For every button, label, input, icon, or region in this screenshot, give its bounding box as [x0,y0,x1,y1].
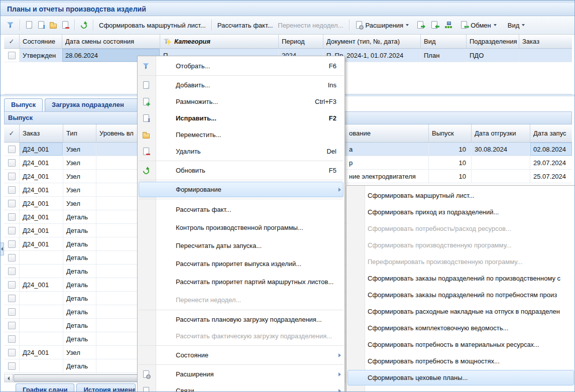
submenu-item[interactable]: Переформировать производственную програм… [347,253,575,270]
submenu-item[interactable]: Сформировать потребность в мощностях... [347,353,575,369]
filter-icon[interactable] [7,21,15,29]
cell-type[interactable]: Узел [63,346,96,359]
submenu-item[interactable]: Сформировать заказы подразделений по пот… [347,287,575,303]
cell-name[interactable]: а [346,143,429,156]
table-row-right[interactable]: р 10 29.07.2024 [346,156,572,170]
cell-type[interactable]: Деталь [63,224,96,237]
cell-order[interactable]: Д24_001 [20,143,63,156]
cell-ship-date[interactable] [472,156,530,169]
row-checkbox[interactable] [8,254,16,262]
row-checkbox[interactable] [8,295,16,302]
context-menu-item[interactable]: Связи [138,382,344,392]
context-menu-item[interactable]: Отобрать... F6 [138,58,344,74]
row-checkbox[interactable] [8,146,16,153]
tab-istoriya-izmeneniy[interactable]: История измене [76,383,136,392]
cell-qty[interactable]: 10 [429,156,472,169]
cell-type[interactable]: Деталь [63,251,96,264]
context-menu-item[interactable]: Рассчитать приоритет выпуска изделий... [138,254,344,273]
row-checkbox[interactable] [8,159,16,167]
row-checkbox[interactable] [8,200,16,207]
delete-document-icon[interactable] [61,21,69,29]
column-header-state-date[interactable]: Дата смены состояния [62,35,160,48]
column-header-check[interactable]: ✓ [4,35,20,48]
cell-launch-date[interactable]: 29.07.2024 [530,156,572,169]
cell-type[interactable]: Деталь [63,237,96,250]
cell-type[interactable]: Деталь [63,305,96,318]
column-header-check[interactable]: ✓ [4,124,20,142]
cell-state[interactable]: Утвержден [20,49,62,62]
cell-type[interactable]: Узел [63,170,96,183]
cell-ship-date[interactable] [472,170,530,183]
row-checkbox[interactable] [8,362,16,370]
submenu-item[interactable]: Сформировать маршрутный лист... [347,187,575,204]
view-dropdown[interactable]: Вид [505,19,528,32]
column-header-qty[interactable]: Выпуск [429,124,472,142]
submenu-item[interactable]: Сформировать производственную программу.… [347,237,575,253]
cell-order[interactable] [20,332,63,345]
submenu-item[interactable]: Сформировать потребность в материальных … [347,336,575,353]
column-header-order[interactable]: Заказ [20,124,63,142]
context-menu-item[interactable]: Удалить Del [138,143,344,160]
context-menu-item[interactable]: Рассчитать факт... [138,200,344,218]
export-document-icon[interactable] [416,21,424,29]
cell-qty[interactable]: 10 [429,170,472,183]
cell-order[interactable]: Д24_001 [20,156,63,169]
cell-subdivisions[interactable]: ПДО [467,49,519,62]
cell-order[interactable]: Д24_001 [20,197,63,210]
cell-order[interactable]: Д24_001 [20,278,63,291]
row-checkbox[interactable] [8,322,16,329]
cell-type[interactable]: Деталь [63,332,96,345]
cell-type[interactable]: Деталь [63,292,96,305]
hierarchy-icon[interactable] [444,21,452,29]
column-header-category[interactable]: Категория [160,35,279,48]
row-checkbox[interactable] [8,268,16,275]
context-menu-item[interactable]: Добавить... Ins [138,77,344,93]
cell-type[interactable]: Узел [63,156,96,169]
context-menu-item[interactable]: Пересчитать даты запуска... [138,236,344,254]
cell-order[interactable] [20,265,63,278]
submenu-item[interactable]: Сформировать расходные накладные на отпу… [347,303,575,320]
column-header-order[interactable]: Заказ [519,35,572,48]
submenu-item[interactable]: Сформировать цеховые планы... [347,369,575,386]
column-header-type[interactable]: Тип [63,124,96,142]
row-checkbox[interactable] [8,349,16,356]
column-header-subdivisions[interactable]: Подразделения [467,35,519,48]
cell-order[interactable] [20,359,63,372]
cell-name[interactable]: р [346,156,429,169]
cell-order[interactable] [20,305,63,318]
row-checkbox[interactable] [8,52,16,59]
row-checkbox[interactable] [8,281,16,289]
row-checkbox[interactable] [8,227,16,234]
table-row-right[interactable]: а 10 30.08.2024 02.08.2024 [346,143,572,156]
context-menu-item[interactable]: Состояние [138,347,344,363]
cell-order[interactable] [20,292,63,305]
cell-order[interactable] [20,319,63,332]
cell-order[interactable]: Д24_001 [20,210,63,223]
context-menu-item[interactable]: Размножить... Ctrl+F3 [138,93,344,110]
column-header-kind[interactable]: Вид [421,35,467,48]
cell-order[interactable] [20,251,63,264]
row-checkbox[interactable] [8,173,16,180]
context-menu-item[interactable]: Рассчитать плановую загрузку подразделен… [138,311,344,328]
row-checkbox[interactable] [8,213,16,221]
extensions-dropdown[interactable]: Расширения [353,19,412,32]
cell-kind[interactable]: План [421,49,467,62]
row-checkbox[interactable] [8,240,16,248]
submenu-item[interactable]: Сформировать заказы подразделений по про… [347,270,575,287]
cell-name[interactable]: ние электродвигателя [346,170,429,183]
column-header-period[interactable]: Период [279,35,323,48]
tab-vypusk[interactable]: Выпуск [4,98,43,111]
cell-ship-date[interactable]: 30.08.2024 [472,143,530,156]
context-menu-item[interactable]: Рассчитать приоритет партий маршрутных л… [138,273,344,291]
context-menu-item[interactable]: Обновить F5 [138,162,344,179]
cell-launch-date[interactable]: 25.07.2024 [530,170,572,183]
cell-type[interactable]: Деталь [63,278,96,291]
move-folder-icon[interactable] [49,21,57,29]
cell-order[interactable]: Д24_001 [20,346,63,359]
cell-order[interactable] [519,49,572,62]
cell-type[interactable]: Узел [63,183,96,196]
exchange-dropdown[interactable]: Обмен [457,19,499,32]
submenu-item[interactable]: Сформировать график сдачи... [347,386,575,392]
tab-zagruzka-podrazdeleniy[interactable]: Загрузка подразделен [45,98,151,111]
scrollbar-thumb[interactable] [14,374,140,382]
